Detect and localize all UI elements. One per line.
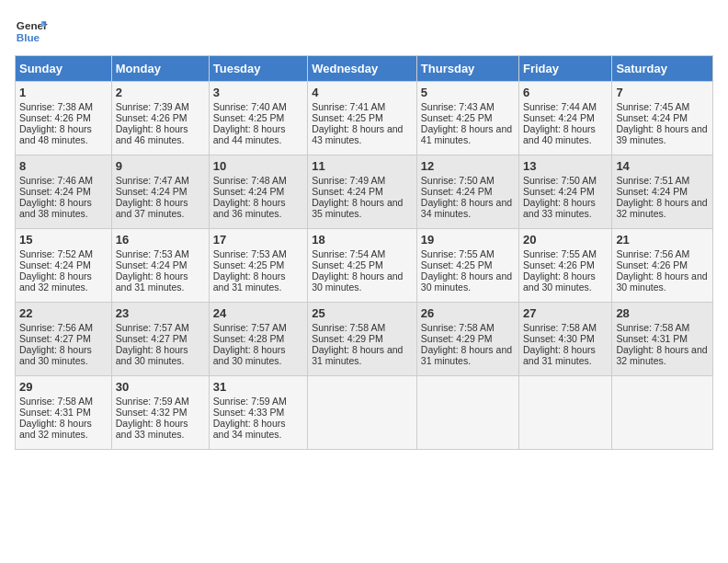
calendar-cell: 2Sunrise: 7:39 AMSunset: 4:26 PMDaylight… (111, 82, 209, 155)
sunset-text: Sunset: 4:30 PM (523, 333, 595, 344)
calendar-cell: 10Sunrise: 7:48 AMSunset: 4:24 PMDayligh… (209, 155, 307, 229)
sunrise-text: Sunrise: 7:55 AM (523, 248, 597, 259)
daylight-text: Daylight: 8 hours and 32 minutes. (616, 197, 707, 219)
daylight-text: Daylight: 8 hours and 31 minutes. (116, 270, 188, 293)
sunset-text: Sunset: 4:25 PM (312, 112, 383, 123)
sunrise-text: Sunrise: 7:48 AM (213, 175, 287, 186)
calendar-cell: 27Sunrise: 7:58 AMSunset: 4:30 PMDayligh… (519, 303, 612, 376)
day-number: 17 (213, 233, 303, 247)
day-number: 31 (213, 380, 303, 394)
day-number: 10 (213, 159, 303, 173)
sunrise-text: Sunrise: 7:40 AM (213, 101, 287, 112)
logo-icon: General Blue (15, 15, 48, 48)
calendar-cell (308, 376, 417, 450)
daylight-text: Daylight: 8 hours and 30 minutes. (19, 344, 92, 366)
sunset-text: Sunset: 4:26 PM (116, 112, 188, 123)
calendar-cell: 9Sunrise: 7:47 AMSunset: 4:24 PMDaylight… (111, 155, 209, 229)
daylight-text: Daylight: 8 hours and 32 minutes. (616, 344, 707, 366)
day-number: 8 (19, 159, 108, 173)
sunset-text: Sunset: 4:24 PM (19, 259, 91, 270)
day-number: 9 (116, 159, 205, 173)
calendar-cell: 1Sunrise: 7:38 AMSunset: 4:26 PMDaylight… (16, 82, 112, 155)
daylight-text: Daylight: 8 hours and 32 minutes. (19, 418, 92, 440)
sunset-text: Sunset: 4:24 PM (421, 186, 493, 197)
calendar-cell: 12Sunrise: 7:50 AMSunset: 4:24 PMDayligh… (416, 155, 518, 229)
sunset-text: Sunset: 4:24 PM (616, 112, 688, 123)
sunset-text: Sunset: 4:24 PM (213, 186, 285, 197)
sunrise-text: Sunrise: 7:53 AM (213, 248, 287, 259)
sunset-text: Sunset: 4:24 PM (19, 186, 91, 197)
sunset-text: Sunset: 4:29 PM (312, 333, 383, 344)
sunset-text: Sunset: 4:24 PM (616, 186, 688, 197)
day-number: 2 (116, 86, 205, 99)
calendar-cell: 23Sunrise: 7:57 AMSunset: 4:27 PMDayligh… (111, 303, 209, 376)
calendar-cell: 18Sunrise: 7:54 AMSunset: 4:25 PMDayligh… (308, 229, 417, 303)
day-number: 27 (523, 306, 608, 320)
daylight-text: Daylight: 8 hours and 30 minutes. (523, 270, 596, 293)
calendar-cell: 6Sunrise: 7:44 AMSunset: 4:24 PMDaylight… (519, 82, 612, 155)
sunset-text: Sunset: 4:25 PM (421, 259, 493, 270)
daylight-text: Daylight: 8 hours and 41 minutes. (421, 123, 512, 145)
daylight-text: Daylight: 8 hours and 32 minutes. (19, 270, 92, 293)
calendar-table: SundayMondayTuesdayWednesdayThursdayFrid… (15, 55, 713, 450)
sunset-text: Sunset: 4:26 PM (523, 259, 595, 270)
header-saturday: Saturday (612, 56, 713, 82)
daylight-text: Daylight: 8 hours and 30 minutes. (116, 344, 188, 366)
daylight-text: Daylight: 8 hours and 35 minutes. (312, 197, 403, 219)
sunrise-text: Sunrise: 7:59 AM (116, 396, 189, 407)
sunset-text: Sunset: 4:29 PM (421, 333, 493, 344)
calendar-header-row: SundayMondayTuesdayWednesdayThursdayFrid… (16, 56, 713, 82)
day-number: 13 (523, 159, 608, 173)
header-monday: Monday (111, 56, 209, 82)
sunrise-text: Sunrise: 7:46 AM (19, 175, 93, 186)
header-thursday: Thursday (416, 56, 518, 82)
sunrise-text: Sunrise: 7:38 AM (19, 101, 93, 112)
calendar-cell (612, 376, 713, 450)
daylight-text: Daylight: 8 hours and 34 minutes. (213, 418, 286, 440)
sunset-text: Sunset: 4:27 PM (19, 333, 91, 344)
sunrise-text: Sunrise: 7:49 AM (312, 175, 385, 186)
day-number: 1 (19, 86, 108, 99)
sunrise-text: Sunrise: 7:53 AM (116, 248, 189, 259)
calendar-cell: 28Sunrise: 7:58 AMSunset: 4:31 PMDayligh… (612, 303, 713, 376)
daylight-text: Daylight: 8 hours and 33 minutes. (116, 418, 188, 440)
sunrise-text: Sunrise: 7:55 AM (421, 248, 495, 259)
day-number: 3 (213, 86, 303, 99)
calendar-cell: 26Sunrise: 7:58 AMSunset: 4:29 PMDayligh… (416, 303, 518, 376)
calendar-cell: 8Sunrise: 7:46 AMSunset: 4:24 PMDaylight… (16, 155, 112, 229)
sunrise-text: Sunrise: 7:50 AM (421, 175, 495, 186)
calendar-week-row: 29Sunrise: 7:58 AMSunset: 4:31 PMDayligh… (16, 376, 713, 450)
header-wednesday: Wednesday (308, 56, 417, 82)
sunset-text: Sunset: 4:25 PM (421, 112, 493, 123)
day-number: 22 (19, 306, 108, 320)
day-number: 12 (421, 159, 515, 173)
day-number: 15 (19, 233, 108, 247)
day-number: 28 (616, 306, 709, 320)
sunset-text: Sunset: 4:33 PM (213, 407, 285, 418)
daylight-text: Daylight: 8 hours and 30 minutes. (421, 270, 512, 293)
day-number: 16 (116, 233, 205, 247)
sunset-text: Sunset: 4:24 PM (523, 112, 595, 123)
daylight-text: Daylight: 8 hours and 37 minutes. (116, 197, 188, 219)
sunrise-text: Sunrise: 7:56 AM (19, 322, 93, 333)
sunset-text: Sunset: 4:25 PM (213, 112, 285, 123)
daylight-text: Daylight: 8 hours and 44 minutes. (213, 123, 286, 145)
calendar-cell: 31Sunrise: 7:59 AMSunset: 4:33 PMDayligh… (209, 376, 307, 450)
sunset-text: Sunset: 4:26 PM (616, 259, 688, 270)
calendar-week-row: 8Sunrise: 7:46 AMSunset: 4:24 PMDaylight… (16, 155, 713, 229)
sunrise-text: Sunrise: 7:58 AM (19, 396, 93, 407)
daylight-text: Daylight: 8 hours and 33 minutes. (523, 197, 596, 219)
sunrise-text: Sunrise: 7:50 AM (523, 175, 597, 186)
sunrise-text: Sunrise: 7:59 AM (213, 396, 287, 407)
calendar-cell: 3Sunrise: 7:40 AMSunset: 4:25 PMDaylight… (209, 82, 307, 155)
calendar-cell (416, 376, 518, 450)
sunset-text: Sunset: 4:24 PM (116, 259, 188, 270)
day-number: 18 (312, 233, 413, 247)
sunrise-text: Sunrise: 7:54 AM (312, 248, 385, 259)
sunrise-text: Sunrise: 7:58 AM (523, 322, 597, 333)
sunrise-text: Sunrise: 7:47 AM (116, 175, 189, 186)
day-number: 4 (312, 86, 413, 99)
sunset-text: Sunset: 4:31 PM (19, 407, 91, 418)
daylight-text: Daylight: 8 hours and 30 minutes. (616, 270, 707, 293)
day-number: 26 (421, 306, 515, 320)
